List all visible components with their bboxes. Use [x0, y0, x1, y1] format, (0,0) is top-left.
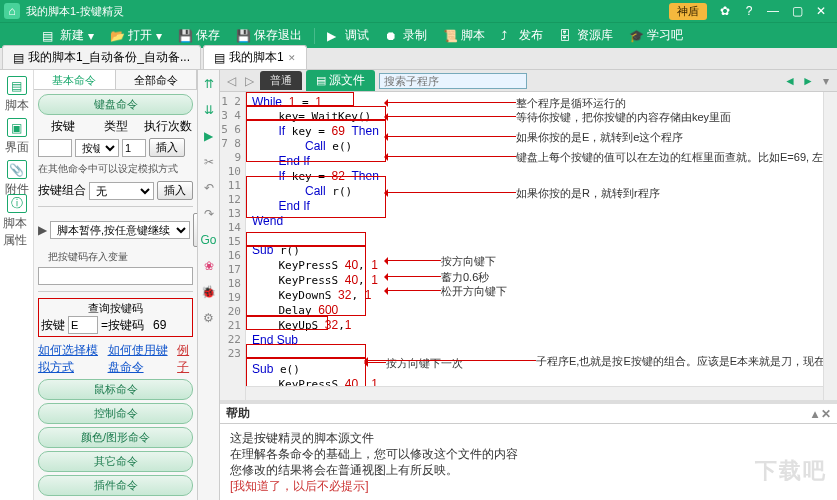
maximize-button[interactable]: ▢ — [785, 1, 809, 21]
key-input[interactable] — [38, 139, 72, 157]
scrollbar-vertical[interactable] — [823, 92, 837, 400]
bookmark-icon[interactable]: ✂ — [201, 154, 217, 170]
file-tabbar: ▤我的脚本1_自动备份_自动备... ▤我的脚本1✕ — [0, 48, 837, 70]
nav-icon-1[interactable]: ⇈ — [201, 76, 217, 92]
code-text[interactable]: While 1 = 1 key= WaitKey() If key = 69 T… — [246, 92, 837, 400]
file-tab-backup[interactable]: ▤我的脚本1_自动备份_自动备... — [2, 45, 201, 69]
resource-button[interactable]: 🗄资源库 — [551, 23, 621, 48]
type-select[interactable]: 按键 — [75, 139, 119, 157]
help-line-1: 这是按键精灵的脚本源文件 — [230, 430, 827, 446]
command-panel: 基本命令 全部命令 键盘命令 按键类型执行次数 按键 插入 在其他命令中可以设定… — [34, 70, 198, 500]
help-dismiss-link[interactable]: [我知道了，以后不必提示] — [230, 478, 827, 494]
help-line-3: 您修改的结果将会在普通视图上有所反映。 — [230, 462, 827, 478]
link-sim-mode[interactable]: 如何选择模拟方式 — [38, 342, 102, 376]
undo-icon[interactable]: ↶ — [201, 180, 217, 196]
mid-rail: ⇈ ⇊ ▶ ✂ ↶ ↷ Go ❀ 🐞 ⚙ — [198, 70, 220, 500]
count-input[interactable] — [122, 139, 146, 157]
publish-button[interactable]: ⤴发布 — [493, 23, 551, 48]
learn-button[interactable]: 🎓学习吧 — [621, 23, 691, 48]
palette-icon[interactable]: ❀ — [201, 258, 217, 274]
run-icon[interactable]: ▶ — [201, 128, 217, 144]
keyboard-cmd-button[interactable]: 键盘命令 — [38, 94, 193, 115]
other-cmd-button[interactable]: 其它命令 — [38, 451, 193, 472]
go-icon[interactable]: Go — [201, 232, 217, 248]
rail-props[interactable]: ⓘ脚本属性 — [3, 202, 31, 240]
nav-right-icon[interactable]: ► — [801, 74, 815, 88]
link-keyboard[interactable]: 如何使用键盘命令 — [108, 342, 172, 376]
key-header-row: 按键类型执行次数 — [38, 118, 193, 135]
nav-icon-2[interactable]: ⇊ — [201, 102, 217, 118]
shield-badge: 神盾 — [669, 3, 707, 20]
help-pane: 帮助▴ ✕ 这是按键精灵的脚本源文件 在理解各条命令的基础上，您可以修改这个文件… — [220, 400, 837, 500]
insert-button-1[interactable]: 插入 — [149, 138, 185, 157]
tab-all-cmd[interactable]: 全部命令 — [116, 70, 198, 89]
lookup-title: 查询按键码 — [41, 301, 190, 316]
help-title: 帮助 — [226, 405, 250, 422]
save-var-text: 把按键码存入变量 — [38, 250, 193, 264]
rail-attach[interactable]: 📎附件 — [3, 160, 31, 198]
combo-select[interactable]: 无 — [89, 182, 154, 200]
lookup-key-input[interactable] — [68, 316, 98, 334]
app-icon: ⌂ — [4, 3, 20, 19]
debug-button[interactable]: ▶调试 — [319, 23, 377, 48]
view-normal-tab[interactable]: 普通 — [260, 71, 302, 90]
help-icon[interactable]: ? — [737, 1, 761, 21]
plugin-cmd-button[interactable]: 插件命令 — [38, 475, 193, 496]
redo-icon[interactable]: ↷ — [201, 206, 217, 222]
mouse-cmd-button[interactable]: 鼠标命令 — [38, 379, 193, 400]
help-line-2: 在理解各条命令的基础上，您可以修改这个文件的内容 — [230, 446, 827, 462]
minimize-button[interactable]: — — [761, 1, 785, 21]
rail-script[interactable]: ▤脚本 — [3, 76, 31, 114]
code-area[interactable]: 1 2 3 4 5 6 7 8 9 10 11 12 13 14 15 16 1… — [220, 92, 837, 400]
search-sub-input[interactable] — [379, 73, 527, 89]
insert-button-3[interactable]: 插入 — [193, 213, 197, 247]
editor-area: ◁ ▷ 普通 ▤ 源文件 ◄ ► ▾ 1 2 3 4 5 6 7 8 9 10 … — [220, 70, 837, 500]
var-input[interactable] — [38, 267, 193, 285]
record-button[interactable]: ⏺录制 — [377, 23, 435, 48]
keycode-value: 69 — [153, 318, 166, 332]
link-example[interactable]: 例子 — [177, 342, 193, 376]
prev-tab-icon[interactable]: ◁ — [224, 74, 238, 88]
nav-left-icon[interactable]: ◄ — [783, 74, 797, 88]
script-button[interactable]: 📜脚本 — [435, 23, 493, 48]
scrollbar-horizontal[interactable] — [246, 386, 823, 400]
color-cmd-button[interactable]: 颜色/图形命令 — [38, 427, 193, 448]
close-button[interactable]: ✕ — [809, 1, 833, 21]
note-text: 在其他命令中可以设定模拟方式 — [38, 162, 193, 176]
line-gutter: 1 2 3 4 5 6 7 8 9 10 11 12 13 14 15 16 1… — [220, 92, 246, 400]
bug-icon[interactable]: 🐞 — [201, 284, 217, 300]
window-title: 我的脚本1-按键精灵 — [26, 4, 669, 19]
left-rail: ▤脚本 ▣界面 📎附件 ⓘ脚本属性 — [0, 70, 34, 500]
gear-icon[interactable]: ⚙ — [201, 310, 217, 326]
help-close-icon[interactable]: ▴ ✕ — [812, 407, 831, 421]
close-icon[interactable]: ✕ — [288, 53, 296, 63]
next-tab-icon[interactable]: ▷ — [242, 74, 256, 88]
rail-ui[interactable]: ▣界面 — [3, 118, 31, 156]
file-tab-main[interactable]: ▤我的脚本1✕ — [203, 45, 307, 69]
pause-select[interactable]: 脚本暂停,按任意键继续 — [50, 221, 190, 239]
tab-basic-cmd[interactable]: 基本命令 — [34, 70, 116, 89]
titlebar: ⌂ 我的脚本1-按键精灵 神盾 ✿ ? — ▢ ✕ — [0, 0, 837, 22]
control-cmd-button[interactable]: 控制命令 — [38, 403, 193, 424]
view-source-tab[interactable]: ▤ 源文件 — [306, 70, 375, 91]
settings-icon[interactable]: ✿ — [713, 1, 737, 21]
expand-icon[interactable]: ▾ — [819, 74, 833, 88]
insert-button-2[interactable]: 插入 — [157, 181, 193, 200]
